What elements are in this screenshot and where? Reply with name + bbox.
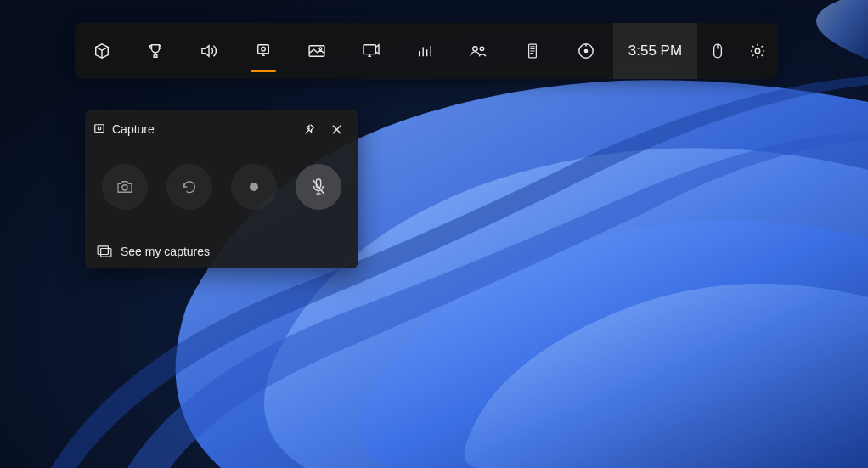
resources-button[interactable] — [505, 23, 559, 79]
broadcast-button[interactable] — [344, 23, 397, 79]
svg-point-10 — [585, 49, 588, 52]
svg-point-4 — [319, 48, 322, 50]
widget-menu-button[interactable] — [75, 23, 128, 79]
start-recording-button[interactable] — [231, 164, 277, 210]
svg-point-2 — [262, 48, 266, 52]
svg-point-6 — [473, 47, 477, 51]
capture-widget: Capture See my captures — [85, 110, 358, 268]
clock: 3:55 PM — [613, 23, 697, 79]
spotify-button[interactable] — [560, 23, 613, 79]
gallery-button[interactable] — [290, 23, 344, 79]
capture-title-icon — [93, 123, 105, 135]
svg-point-15 — [122, 185, 127, 190]
game-bar: 3:55 PM — [75, 23, 778, 79]
close-button[interactable] — [323, 117, 350, 141]
mic-toggle-button[interactable] — [296, 164, 341, 210]
audio-button[interactable] — [183, 23, 236, 79]
see-my-captures-label: See my captures — [121, 245, 210, 258]
svg-rect-5 — [364, 45, 375, 54]
svg-point-7 — [481, 47, 484, 50]
capture-widget-title: Capture — [112, 122, 296, 136]
svg-point-16 — [250, 183, 258, 191]
capture-widget-header: Capture — [85, 110, 358, 149]
capture-button[interactable] — [236, 23, 290, 79]
performance-button[interactable] — [397, 23, 451, 79]
record-last-button[interactable] — [166, 164, 212, 210]
screenshot-button[interactable] — [102, 164, 148, 210]
gallery-icon — [97, 245, 112, 257]
settings-button[interactable] — [738, 23, 779, 79]
svg-rect-1 — [258, 45, 269, 54]
svg-point-12 — [756, 48, 760, 53]
capture-widget-body — [85, 149, 358, 234]
see-my-captures-button[interactable]: See my captures — [85, 234, 358, 268]
svg-rect-19 — [101, 249, 111, 257]
pin-button[interactable] — [296, 117, 323, 141]
svg-rect-13 — [95, 125, 104, 133]
svg-rect-18 — [98, 246, 108, 255]
mouse-settings-button[interactable] — [697, 23, 738, 79]
achievements-button[interactable] — [128, 23, 182, 79]
svg-point-14 — [98, 127, 101, 130]
xbox-social-button[interactable] — [452, 23, 505, 79]
